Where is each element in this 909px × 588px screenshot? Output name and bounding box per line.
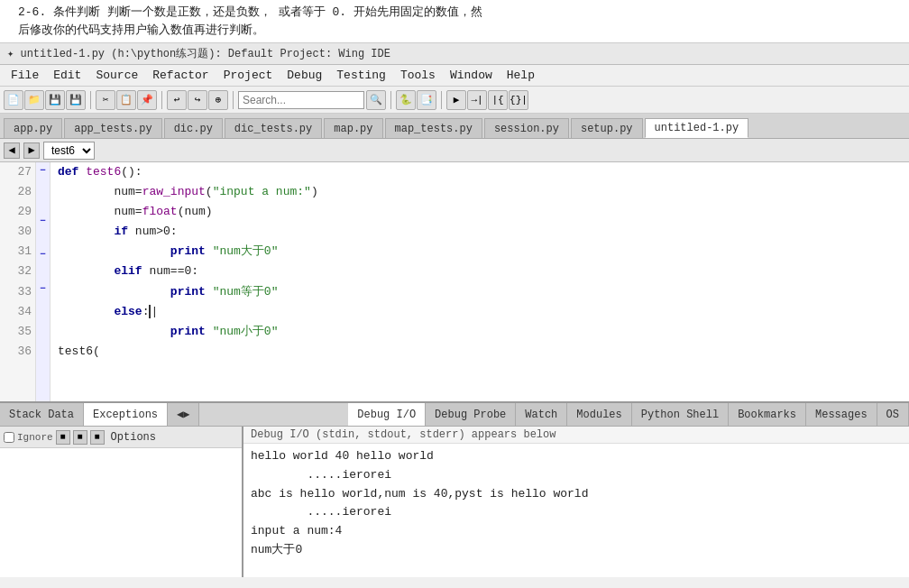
tab-session-py[interactable]: session.py bbox=[484, 118, 569, 138]
function-dropdown[interactable]: test6 bbox=[43, 142, 95, 160]
tab-setup-py[interactable]: setup.py bbox=[571, 118, 643, 138]
debug-io-content[interactable]: hello world 40 hello world .....ierorei … bbox=[243, 444, 909, 577]
tab-dic-tests-py[interactable]: dic_tests.py bbox=[225, 118, 322, 138]
menu-edit[interactable]: Edit bbox=[46, 67, 88, 84]
toolbar-open[interactable]: 📁 bbox=[24, 90, 44, 110]
menu-window[interactable]: Window bbox=[443, 67, 500, 84]
btab-arrows[interactable]: ◀▶ bbox=[168, 403, 199, 427]
left-panel-body bbox=[0, 448, 242, 577]
menu-bar: File Edit Source Refactor Project Debug … bbox=[0, 65, 909, 87]
toolbar-python[interactable]: 🐍 bbox=[396, 90, 416, 110]
debug-io-status: Debug I/O (stdin, stdout, stderr) appear… bbox=[243, 427, 909, 444]
toolbar-pdf[interactable]: 📑 bbox=[417, 90, 436, 110]
bottom-content: Ignore ■ ■ ■ Options Debug I/O (stdin, s… bbox=[0, 427, 909, 577]
editor-area: 27 28 29 30 31 32 33 34 35 36 − − − − de… bbox=[0, 162, 909, 401]
toolbar: 📄 📁 💾 💾 ✂ 📋 📌 ↩ ↪ ⊕ 🔍 🐍 📑 ▶ →| |{ {}| bbox=[0, 87, 909, 114]
title-bar: ✦ untitled-1.py (h:\python练习题): Default … bbox=[0, 43, 909, 65]
toolbar-debug2[interactable]: {}| bbox=[509, 90, 528, 110]
bottom-tabs-bar: Stack Data Exceptions ◀▶ Debug I/O Debug… bbox=[0, 403, 909, 427]
menu-testing[interactable]: Testing bbox=[329, 67, 393, 84]
tab-dic-py[interactable]: dic.py bbox=[164, 118, 223, 138]
tab-app-tests-py[interactable]: app_tests.py bbox=[64, 118, 161, 138]
toolbar-redo[interactable]: ↪ bbox=[188, 90, 207, 110]
btab-debug-probe[interactable]: Debug Probe bbox=[426, 403, 516, 427]
btab-debug-io[interactable]: Debug I/O bbox=[348, 403, 426, 427]
toolbar-step[interactable]: →| bbox=[467, 90, 487, 110]
left-panel: Ignore ■ ■ ■ Options bbox=[0, 427, 243, 577]
ignore-label: Ignore bbox=[17, 432, 53, 443]
toolbar-save2[interactable]: 💾 bbox=[66, 90, 86, 110]
menu-project[interactable]: Project bbox=[216, 67, 280, 84]
tab-untitled-1-py[interactable]: untitled-1.py bbox=[645, 118, 749, 138]
btab-modules[interactable]: Modules bbox=[567, 403, 631, 427]
search-button[interactable]: 🔍 bbox=[366, 90, 386, 110]
left-panel-toolbar: Ignore ■ ■ ■ Options bbox=[0, 427, 242, 448]
toolbar-find[interactable]: ⊕ bbox=[208, 90, 228, 110]
tab-app-py[interactable]: app.py bbox=[4, 118, 62, 138]
options-label[interactable]: Options bbox=[111, 431, 156, 444]
lp-btn-1[interactable]: ■ bbox=[56, 430, 70, 445]
lp-btn-2[interactable]: ■ bbox=[73, 430, 87, 445]
fold-markers: − − − − bbox=[36, 162, 50, 401]
menu-refactor[interactable]: Refactor bbox=[145, 67, 216, 84]
search-input[interactable] bbox=[238, 91, 364, 109]
ignore-checkbox[interactable] bbox=[4, 432, 14, 443]
menu-help[interactable]: Help bbox=[500, 67, 542, 84]
code-editor[interactable]: def test6(): num=raw_input("input a num:… bbox=[50, 162, 909, 401]
btab-messages[interactable]: Messages bbox=[806, 403, 877, 427]
tab-map-tests-py[interactable]: map_tests.py bbox=[385, 118, 482, 138]
banner-line2: 后修改你的代码支持用户输入数值再进行判断。 bbox=[18, 22, 891, 40]
btab-os[interactable]: OS bbox=[877, 403, 909, 427]
menu-tools[interactable]: Tools bbox=[393, 67, 443, 84]
nav-back[interactable]: ◀ bbox=[4, 142, 20, 159]
nav-forward[interactable]: ▶ bbox=[23, 142, 40, 159]
bottom-panel: Stack Data Exceptions ◀▶ Debug I/O Debug… bbox=[0, 401, 909, 577]
menu-debug[interactable]: Debug bbox=[280, 67, 329, 84]
top-banner: 2-6. 条件判断 判断一个数是正数，还是负数， 或者等于 0. 开始先用固定的… bbox=[0, 0, 909, 43]
toolbar-debug1[interactable]: |{ bbox=[488, 90, 508, 110]
nav-bar: ◀ ▶ test6 bbox=[0, 139, 909, 162]
menu-file[interactable]: File bbox=[4, 67, 46, 84]
lp-btn-3[interactable]: ■ bbox=[90, 430, 105, 445]
toolbar-new[interactable]: 📄 bbox=[4, 90, 23, 110]
banner-line1: 2-6. 条件判断 判断一个数是正数，还是负数， 或者等于 0. 开始先用固定的… bbox=[18, 4, 891, 22]
btab-watch[interactable]: Watch bbox=[516, 403, 567, 427]
toolbar-run[interactable]: ▶ bbox=[446, 90, 466, 110]
btab-python-shell[interactable]: Python Shell bbox=[632, 403, 729, 427]
right-panel: Debug I/O (stdin, stdout, stderr) appear… bbox=[243, 427, 909, 577]
menu-source[interactable]: Source bbox=[88, 67, 145, 84]
toolbar-paste[interactable]: 📌 bbox=[137, 90, 157, 110]
line-numbers: 27 28 29 30 31 32 33 34 35 36 bbox=[0, 162, 36, 401]
title-text: ✦ untitled-1.py (h:\python练习题): Default … bbox=[7, 46, 390, 61]
editor-tabs: app.py app_tests.py dic.py dic_tests.py … bbox=[0, 114, 909, 139]
btab-stack-data[interactable]: Stack Data bbox=[0, 403, 84, 427]
toolbar-copy[interactable]: 📋 bbox=[116, 90, 136, 110]
toolbar-save[interactable]: 💾 bbox=[45, 90, 65, 110]
toolbar-undo[interactable]: ↩ bbox=[167, 90, 187, 110]
tab-map-py[interactable]: map.py bbox=[324, 118, 382, 138]
btab-bookmarks[interactable]: Bookmarks bbox=[729, 403, 806, 427]
toolbar-cut[interactable]: ✂ bbox=[96, 90, 115, 110]
btab-exceptions[interactable]: Exceptions bbox=[84, 403, 168, 427]
